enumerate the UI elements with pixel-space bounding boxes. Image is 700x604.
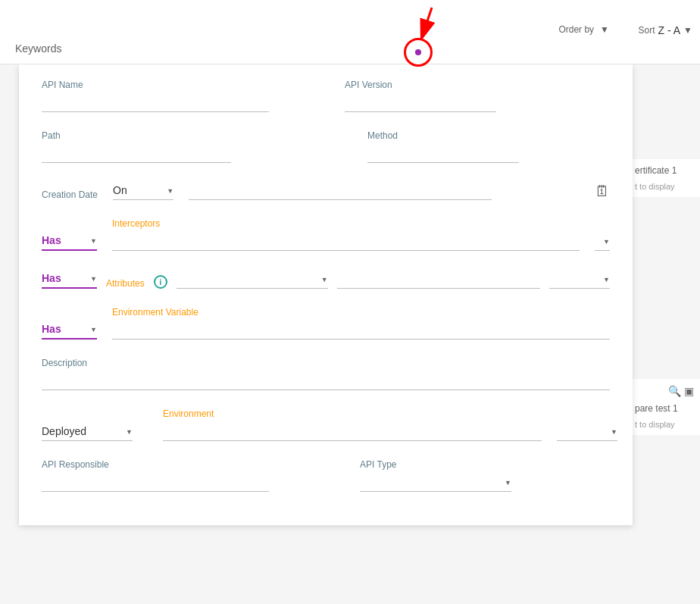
- search-icon[interactable]: 🔍: [668, 385, 681, 397]
- description-field-group: Description: [42, 358, 610, 390]
- environment-input[interactable]: [163, 422, 542, 441]
- attributes-type-select-wrapper: [177, 270, 328, 289]
- attributes-info-icon[interactable]: i: [154, 275, 167, 289]
- interceptors-input[interactable]: [112, 232, 580, 251]
- order-by-label: Order by: [558, 24, 594, 35]
- api-version-input[interactable]: [345, 93, 496, 112]
- filter-panel: API Name API Version Path Method Creatio…: [19, 64, 633, 525]
- creation-date-select[interactable]: On Before After Between: [113, 181, 173, 200]
- order-by-section: Order by ▼: [558, 24, 609, 35]
- api-type-label: API Type: [360, 459, 511, 470]
- interceptors-dropdown-wrapper: [595, 232, 610, 251]
- environment-type-dropdown-wrapper: [557, 422, 617, 441]
- filter-row-path: Path Method: [42, 130, 610, 163]
- api-name-field-group: API Name: [42, 80, 269, 112]
- api-version-field-group: API Version: [345, 80, 496, 112]
- has-env-select[interactable]: Has Has Not: [42, 320, 97, 340]
- has-interceptors-select-wrapper: Has Has Not: [42, 231, 97, 251]
- has-env-select-wrapper: Has Has Not: [42, 320, 97, 340]
- top-bar: Keywords Order by ▼ Sort Z - A ▼: [0, 0, 700, 64]
- path-label: Path: [42, 130, 231, 141]
- api-type-select[interactable]: [360, 473, 511, 492]
- path-input[interactable]: [42, 144, 231, 163]
- has-interceptors-select[interactable]: Has Has Not: [42, 231, 97, 251]
- right-panel-card2-title: pare test 1: [635, 403, 694, 414]
- deployed-select[interactable]: Deployed Not Deployed: [42, 422, 133, 441]
- filter-row-env-var: Has Has Not Environment Variable: [42, 307, 610, 340]
- deployed-select-wrapper: Deployed Not Deployed: [42, 422, 133, 441]
- right-panel-icons: 🔍 ▣: [635, 385, 694, 397]
- environment-type-select[interactable]: [557, 422, 617, 441]
- creation-date-input[interactable]: [189, 181, 492, 200]
- filter-row-description: Description: [42, 358, 610, 390]
- api-type-select-wrapper: [360, 473, 511, 492]
- creation-date-label: Creation Date: [42, 189, 98, 200]
- api-responsible-label: API Responsible: [42, 459, 269, 470]
- right-panel-card2-sub: t to display: [635, 420, 694, 429]
- interceptors-type-select[interactable]: [595, 232, 610, 251]
- filter-row-creation-date: Creation Date On Before After Between 🗓: [42, 181, 610, 200]
- environment-field-group: Environment: [163, 408, 542, 441]
- interceptors-label: Interceptors: [112, 218, 580, 229]
- creation-date-field-group: Creation Date: [42, 189, 98, 200]
- order-by-dropdown-arrow[interactable]: ▼: [600, 24, 609, 35]
- sort-label: Sort: [639, 25, 655, 36]
- description-input[interactable]: [42, 371, 610, 390]
- attributes-extra-select[interactable]: [549, 270, 610, 289]
- attributes-type-select[interactable]: [177, 270, 328, 289]
- attributes-extra-dropdown-wrapper: [549, 270, 610, 289]
- copy-icon[interactable]: ▣: [684, 385, 694, 397]
- filter-row-deployed: Deployed Not Deployed Environment: [42, 408, 610, 441]
- api-type-field-group: API Type: [360, 459, 511, 492]
- sort-dropdown-arrow[interactable]: ▼: [683, 25, 692, 36]
- filter-row-interceptors: Has Has Not Interceptors: [42, 218, 610, 251]
- right-panel-card1-sub: t to display: [635, 182, 694, 191]
- api-name-label: API Name: [42, 80, 269, 90]
- description-label: Description: [42, 358, 610, 368]
- sort-section: Sort Z - A ▼: [639, 24, 692, 36]
- attributes-value-input[interactable]: [337, 270, 540, 289]
- sort-value: Z - A: [658, 24, 681, 36]
- path-field-group: Path: [42, 130, 231, 163]
- right-panel-card1: ertificate 1 t to display: [628, 159, 700, 197]
- filter-row-api-responsible: API Responsible API Type: [42, 459, 610, 492]
- keywords-label: Keywords: [15, 42, 61, 55]
- env-var-label: Environment Variable: [112, 307, 610, 318]
- environment-label: Environment: [163, 408, 542, 419]
- method-field-group: Method: [367, 130, 519, 163]
- has-attributes-select-wrapper: Has Has Not: [42, 269, 97, 289]
- filter-row-api: API Name API Version: [42, 80, 610, 112]
- right-panel-card1-title: ertificate 1: [635, 165, 694, 176]
- api-name-input[interactable]: [42, 93, 269, 112]
- circle-target-inner: [415, 49, 421, 55]
- creation-date-select-wrapper: On Before After Between: [113, 181, 173, 200]
- api-responsible-field-group: API Responsible: [42, 459, 269, 492]
- circle-target[interactable]: [404, 38, 433, 67]
- attributes-label: Attributes: [106, 278, 145, 289]
- calendar-icon[interactable]: 🗓: [595, 183, 610, 200]
- api-responsible-input[interactable]: [42, 473, 269, 492]
- method-input[interactable]: [367, 144, 519, 163]
- has-attributes-select[interactable]: Has Has Not: [42, 269, 97, 289]
- filter-row-attributes: Has Has Not Attributes i: [42, 269, 610, 289]
- env-var-input[interactable]: [112, 321, 610, 340]
- api-version-label: API Version: [345, 80, 496, 90]
- env-var-field-group: Environment Variable: [112, 307, 610, 340]
- method-label: Method: [367, 130, 519, 141]
- interceptors-field-group: Interceptors: [112, 218, 580, 251]
- right-panel-card2: 🔍 ▣ pare test 1 t to display: [628, 379, 700, 435]
